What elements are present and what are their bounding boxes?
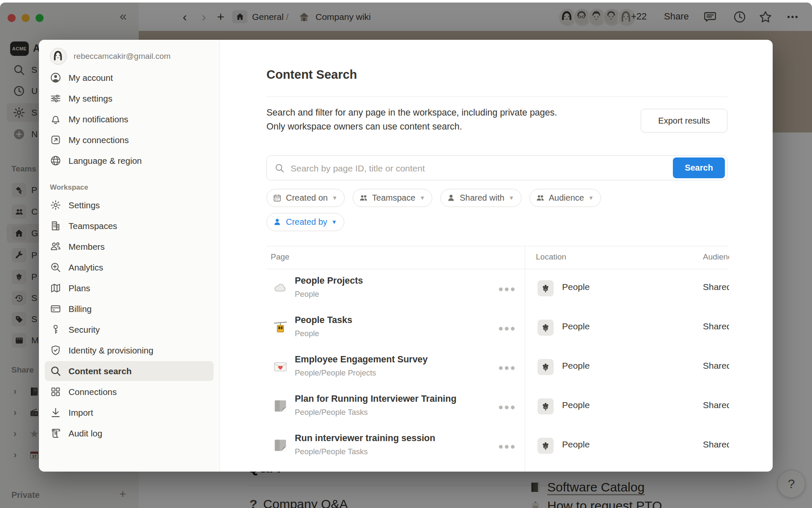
members-icon bbox=[50, 241, 61, 252]
arrow-up-right-box-icon bbox=[50, 134, 61, 146]
row-menu-icon[interactable]: ●●● bbox=[498, 402, 516, 412]
filter-shared-with[interactable]: Shared with ▼ bbox=[440, 189, 521, 207]
search-icon bbox=[50, 365, 61, 377]
audience-value: Shared bbox=[703, 400, 729, 410]
cloud-icon bbox=[272, 280, 288, 296]
audience-value: Shared bbox=[703, 282, 729, 292]
row-menu-icon[interactable]: ●●● bbox=[498, 323, 516, 333]
table-row[interactable]: People Tasks People ●●● People Shared bbox=[266, 308, 773, 348]
location-value[interactable]: People bbox=[562, 321, 590, 331]
teamspace-flower-icon bbox=[538, 280, 554, 296]
nav-teamspaces[interactable]: Teamspaces bbox=[45, 216, 214, 236]
credit-card-icon bbox=[50, 303, 61, 315]
building-icon bbox=[50, 220, 61, 232]
map-icon bbox=[50, 282, 61, 294]
user-circle-icon bbox=[50, 72, 61, 83]
page-description: Search and filter for any page in the wo… bbox=[266, 106, 639, 134]
grid-icon bbox=[50, 386, 61, 398]
sliders-icon bbox=[50, 93, 61, 104]
filter-created-on[interactable]: Created on ▼ bbox=[266, 189, 345, 207]
bell-icon bbox=[50, 113, 61, 125]
nav-identity-provisioning[interactable]: Identity & provisioning bbox=[45, 340, 214, 360]
nav-members[interactable]: Members bbox=[45, 237, 214, 257]
love-letter-icon bbox=[272, 359, 288, 375]
chevron-down-icon: ▼ bbox=[332, 195, 337, 201]
key-icon bbox=[50, 324, 61, 335]
workspace-section-header: Workspace bbox=[50, 183, 208, 192]
people-icon bbox=[359, 193, 368, 202]
magnifier-sparkle-icon bbox=[50, 262, 61, 273]
chevron-down-icon: ▼ bbox=[588, 195, 594, 201]
location-value[interactable]: People bbox=[562, 439, 590, 450]
globe-icon bbox=[50, 155, 61, 166]
nav-analytics[interactable]: Analytics bbox=[45, 257, 214, 277]
filter-chips: Created on ▼ Teamspace ▼ Shared with ▼ A… bbox=[266, 189, 601, 207]
teamspace-flower-icon bbox=[538, 320, 554, 336]
person-icon bbox=[273, 218, 282, 226]
export-results-button[interactable]: Export results bbox=[641, 109, 727, 133]
search-button[interactable]: Search bbox=[673, 157, 725, 178]
audience-value: Shared bbox=[703, 361, 729, 371]
settings-nav: rebeccamcakir@gmail.com My account My se… bbox=[39, 40, 220, 472]
download-arrow-icon bbox=[50, 407, 61, 418]
content-search-bar: Search bbox=[266, 155, 727, 180]
teamspace-flower-icon bbox=[538, 438, 554, 454]
table-row[interactable]: Plan for Running Interviewer Training Pe… bbox=[266, 387, 773, 426]
page-icon bbox=[272, 398, 288, 414]
search-input[interactable] bbox=[290, 156, 664, 180]
nav-plans[interactable]: Plans bbox=[45, 278, 214, 298]
person-icon bbox=[447, 193, 455, 202]
results-table: Page Location Audience People Projects P… bbox=[266, 246, 728, 472]
filter-teamspace[interactable]: Teamspace ▼ bbox=[353, 189, 432, 207]
row-menu-icon[interactable]: ●●● bbox=[498, 442, 516, 451]
shield-check-icon bbox=[50, 345, 61, 356]
row-menu-icon[interactable]: ●●● bbox=[498, 284, 516, 294]
table-row[interactable]: Employee Engagement Survey People/People… bbox=[266, 348, 773, 387]
filter-created-by[interactable]: Created by ▼ bbox=[266, 213, 344, 231]
nav-settings[interactable]: Settings bbox=[45, 195, 214, 215]
teamspace-flower-icon bbox=[538, 398, 554, 414]
settings-modal: rebeccamcakir@gmail.com My account My se… bbox=[39, 40, 773, 472]
table-row[interactable]: People Projects People ●●● People Shared bbox=[266, 269, 773, 308]
location-value[interactable]: People bbox=[562, 400, 590, 410]
nav-my-notifications[interactable]: My notifications bbox=[45, 109, 214, 129]
nav-connections[interactable]: Connections bbox=[45, 382, 214, 402]
nav-my-settings[interactable]: My settings bbox=[45, 88, 214, 108]
people-icon bbox=[536, 193, 545, 202]
nav-my-connections[interactable]: My connections bbox=[45, 130, 214, 150]
teamspace-flower-icon bbox=[538, 359, 554, 375]
audience-value: Shared bbox=[703, 439, 729, 450]
column-header-location: Location bbox=[536, 252, 566, 262]
nav-security[interactable]: Security bbox=[45, 320, 214, 340]
nav-language-region[interactable]: Language & region bbox=[45, 151, 214, 171]
chevron-down-icon: ▼ bbox=[509, 195, 514, 201]
table-top-border bbox=[266, 246, 728, 246]
audience-value: Shared bbox=[703, 321, 729, 331]
user-avatar bbox=[50, 48, 67, 65]
search-icon bbox=[274, 163, 285, 173]
gear-icon bbox=[50, 199, 61, 211]
table-row[interactable]: Run interviewer training session People/… bbox=[266, 426, 773, 466]
nav-content-search[interactable]: Content search bbox=[45, 361, 214, 381]
scroll-icon bbox=[50, 428, 61, 439]
table-rows: People Projects People ●●● People Shared… bbox=[266, 269, 773, 466]
nav-import[interactable]: Import bbox=[45, 403, 214, 422]
location-value[interactable]: People bbox=[562, 361, 590, 371]
nav-billing[interactable]: Billing bbox=[45, 299, 214, 319]
account-row: rebeccamcakir@gmail.com bbox=[45, 46, 214, 67]
nav-my-account[interactable]: My account bbox=[45, 68, 214, 88]
calendar-icon bbox=[273, 193, 282, 202]
nav-audit-log[interactable]: Audit log bbox=[45, 423, 214, 443]
filter-audience[interactable]: Audience ▼ bbox=[529, 189, 601, 207]
location-value[interactable]: People bbox=[562, 282, 590, 292]
aerial-tramway-icon bbox=[272, 319, 288, 335]
content-search-panel: Content Search Search and filter for any… bbox=[220, 40, 773, 472]
app-window: « ‹ › + General / Company wiki +22 Share bbox=[0, 3, 812, 508]
account-email: rebeccamcakir@gmail.com bbox=[74, 52, 170, 61]
column-header-page: Page bbox=[271, 252, 289, 262]
title-divider bbox=[266, 97, 727, 97]
page-title: Content Search bbox=[266, 68, 357, 82]
row-menu-icon[interactable]: ●●● bbox=[498, 363, 516, 373]
chevron-down-icon: ▼ bbox=[420, 195, 425, 201]
column-header-audience: Audience bbox=[703, 252, 729, 262]
